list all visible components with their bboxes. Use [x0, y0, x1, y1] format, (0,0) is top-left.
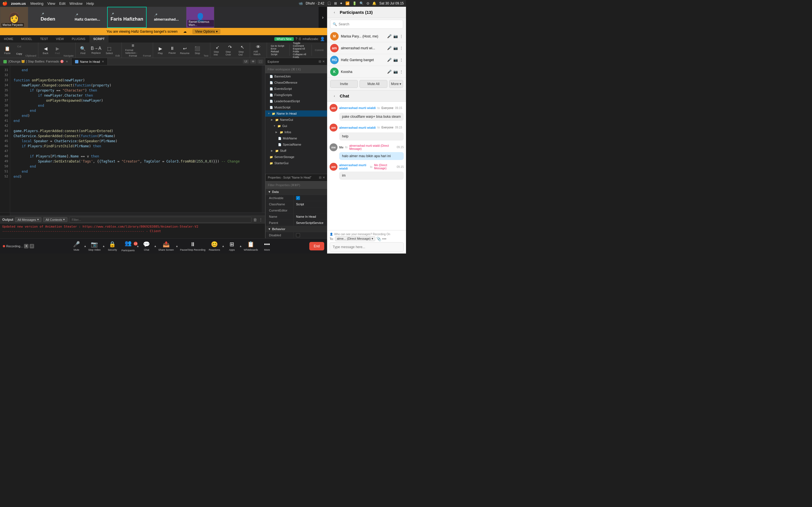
go-to-script-error[interactable]: Go to Script Error [269, 45, 288, 50]
tree-item-stuff[interactable]: ▶ 📁 Stuff [265, 148, 327, 154]
output-more-icon[interactable]: ⋮ [259, 217, 263, 222]
chat-attach-icon[interactable]: 📎 [376, 237, 381, 241]
properties-search-input[interactable] [268, 183, 325, 187]
select-button[interactable]: ⬚ Select [103, 45, 115, 56]
copy-button[interactable]: Copy [13, 50, 25, 57]
view-options-button[interactable]: View Options ▾ [192, 29, 220, 34]
tab-home[interactable]: HOME [0, 35, 17, 43]
ui-button[interactable]: UI [243, 59, 249, 64]
recording-pause-btn[interactable]: ⏸ [24, 244, 29, 248]
format-selection-button[interactable]: ≡ Format Selection - Format [123, 42, 142, 58]
tree-item-infos[interactable]: ▶ 📁 Infos [265, 129, 327, 135]
tree-item-bannedjoin[interactable]: 📄 BannedJoin [265, 73, 327, 79]
almer-more-icon[interactable]: ⋮ [400, 46, 403, 50]
tab-view[interactable]: VIEW [52, 35, 68, 43]
whats-new-badge[interactable]: What's New [274, 37, 294, 41]
explorer-collapse-icon[interactable]: ⊟ [319, 60, 321, 63]
tree-item-music[interactable]: 📄 MusicScript [265, 104, 327, 110]
tree-item-namegui[interactable]: ▶ 📁 NameGui [265, 117, 327, 123]
output-filter-input[interactable] [71, 218, 249, 221]
apple-menu[interactable]: 🍎 [2, 1, 8, 6]
share-screen-btn[interactable]: 📤 Share Screen [157, 240, 175, 252]
commit-button[interactable]: Commit [313, 48, 325, 53]
prop-disabled-value[interactable] [294, 233, 327, 237]
participants-more-btn[interactable]: More ▾ [389, 80, 403, 88]
hafiz-more-icon[interactable]: ⋮ [400, 58, 403, 62]
mute-chevron[interactable]: ▲ [84, 244, 87, 247]
whiteboards-btn[interactable]: 📋 Whiteboards [242, 240, 260, 252]
mute-btn[interactable]: 🎤 Mute [69, 240, 84, 252]
stop-video-btn[interactable]: 📷 Stop Video [87, 240, 102, 252]
edit-menu[interactable]: Edit [59, 1, 65, 6]
stop-button[interactable]: ⬛ Stop [192, 45, 203, 56]
tab-script[interactable]: SCRIPT [89, 35, 109, 43]
marisa-cam-icon[interactable]: 📷 [393, 34, 398, 38]
toggle-comment[interactable]: Toggle Comment [291, 42, 310, 47]
tree-item-startergui[interactable]: 📁 StarterGui [265, 160, 327, 166]
hafiz-cam-icon[interactable]: 📷 [393, 58, 398, 62]
app-name[interactable]: zoom.us [11, 1, 26, 6]
window-menu[interactable]: Window [69, 1, 82, 6]
marisa-more-icon[interactable]: ⋮ [400, 34, 403, 38]
almer-mic-icon[interactable]: 🎤 [387, 46, 392, 50]
participants-collapse-btn[interactable]: ‹ [331, 9, 338, 15]
tree-item-fixing[interactable]: 📄 FixingScripts [265, 92, 327, 98]
archivable-checkbox[interactable]: ✓ [296, 196, 300, 200]
code-vertical-scrollbar[interactable] [262, 65, 265, 212]
step-over-button[interactable]: ↷ Step Over [224, 43, 236, 57]
close-tab-obunga[interactable]: ✕ [66, 60, 68, 63]
view-menu[interactable]: View [47, 1, 55, 6]
eye-button[interactable]: 👁 [250, 59, 256, 64]
control-center-icon[interactable]: ⊙ [366, 1, 369, 5]
tree-item-nameinhead[interactable]: ▼ 📁 Name In Head [265, 110, 327, 117]
replace-button[interactable]: B→A Replace [89, 45, 103, 55]
explorer-close-icon[interactable]: ✕ [322, 60, 325, 63]
search-icon[interactable]: 🔍 [359, 1, 364, 5]
tree-item-gui[interactable]: ▼ 📁 Gui [265, 123, 327, 129]
code-content[interactable]: end function onPlayerEntered(newPlayer) … [10, 65, 262, 212]
play-button[interactable]: ▶ Play [155, 45, 166, 56]
help-icon[interactable]: ? [296, 37, 297, 41]
output-clear-icon[interactable]: 🗑 [253, 217, 257, 222]
security-btn[interactable]: 🔒 Security [105, 240, 120, 252]
user-avatar-icon[interactable]: 👤 [320, 37, 325, 41]
tree-item-specialname[interactable]: 📄 SpecialName [265, 142, 327, 148]
tree-item-leaderboard[interactable]: 📄 LeaderboardScript [265, 98, 327, 104]
find-button[interactable]: 🔍 Find [77, 45, 89, 56]
notification-icon[interactable]: 🔔 [372, 1, 376, 5]
pause-button[interactable]: ⏸ Pause [167, 45, 178, 55]
resume-button[interactable]: ↩ Resume [179, 45, 192, 56]
marisa-mic-icon[interactable]: 🎤 [387, 34, 392, 38]
reload-script[interactable]: Reload Script [269, 50, 288, 55]
more-btn[interactable]: ••• More [260, 240, 274, 252]
participants-search-input[interactable] [339, 22, 401, 26]
share-icon[interactable]: ⎙ [299, 37, 301, 41]
cut-button[interactable]: Cut [13, 43, 25, 50]
tree-item-mobname[interactable]: 📄 MobName [265, 135, 327, 142]
expand-button[interactable]: ⬚ [257, 59, 263, 64]
pause-recording-btn[interactable]: ⏸ Pause/Stop Recording [179, 240, 207, 252]
participants-btn[interactable]: 👥 Participants 13 [120, 238, 137, 253]
reactions-btn[interactable]: 😊 Reactions [207, 240, 222, 252]
step-out-button[interactable]: ↖ Step Out [237, 43, 248, 57]
end-btn[interactable]: End [309, 242, 324, 250]
expand-all-folds[interactable]: Expand All Folds [291, 48, 310, 53]
prop-archivable-value[interactable]: ✓ [294, 196, 327, 200]
chat-btn[interactable]: 💬 Chat [139, 240, 154, 252]
back-button[interactable]: ◀ Back [40, 46, 51, 54]
chat-emoji-icon[interactable]: ••• [382, 237, 387, 241]
disabled-checkbox[interactable] [296, 233, 300, 237]
koosha-cam-icon[interactable]: 📷 [393, 69, 398, 74]
code-editor[interactable]: 3132333435 3637383940 4142434445 4647484… [0, 65, 265, 212]
mute-all-btn[interactable]: Mute All [359, 80, 387, 88]
hafiz-mic-icon[interactable]: 🎤 [387, 58, 392, 62]
messages-filter[interactable]: All Messages ▾ [15, 217, 41, 222]
step-into-button[interactable]: ↙ Step Into [212, 43, 223, 57]
properties-collapse-icon[interactable]: ⊟ [319, 176, 321, 179]
koosha-mic-icon[interactable]: 🎤 [387, 69, 392, 74]
code-tab-nameinhead[interactable]: Name In Head ✕ [71, 58, 108, 65]
share-chevron[interactable]: ▲ [175, 244, 179, 247]
stop-video-chevron[interactable]: ▲ [102, 244, 105, 247]
tab-model[interactable]: MODEL [17, 35, 36, 43]
chat-message-input[interactable] [333, 245, 401, 249]
